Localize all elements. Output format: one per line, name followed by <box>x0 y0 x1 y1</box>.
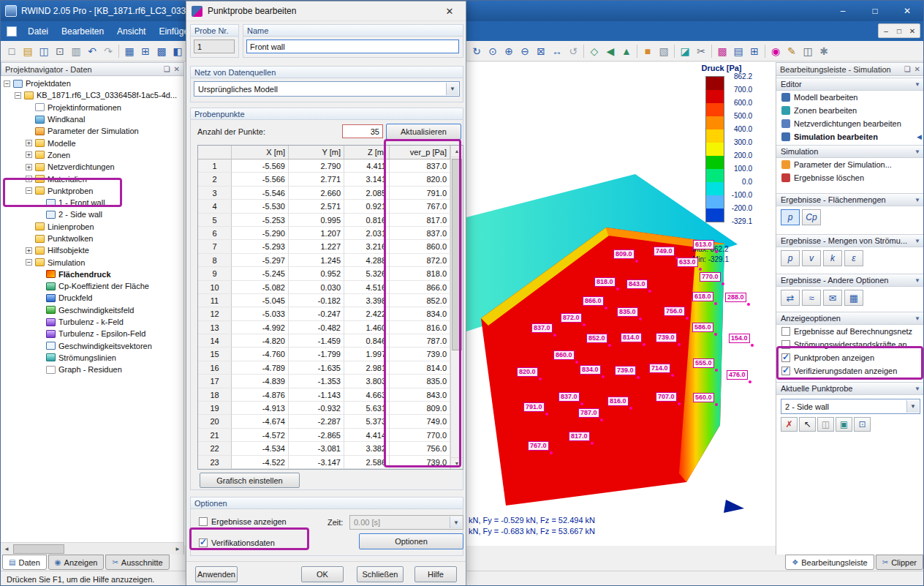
result-button-cp[interactable]: Cp <box>802 209 821 225</box>
pick-button[interactable]: ↖ <box>799 417 816 432</box>
parameter-der-simulation[interactable]: Parameter der Simulation... <box>776 158 924 171</box>
cell[interactable]: 4.414 <box>344 429 390 442</box>
cell[interactable]: -3.081 <box>289 442 344 455</box>
cell[interactable]: 2.660 <box>289 187 344 200</box>
menu-datei[interactable]: Datei <box>21 23 55 40</box>
zoom-out-icon[interactable]: ⊖ <box>517 43 533 59</box>
tree-item-linienproben[interactable]: Linienproben <box>1 221 183 233</box>
zoom-in-icon[interactable]: ⊕ <box>501 43 517 59</box>
show-results-checkbox[interactable]: Ergebnisse anzeigen <box>194 515 287 528</box>
cell[interactable]: -4.839 <box>232 375 289 388</box>
screenshot-icon[interactable]: ◫ <box>800 43 816 59</box>
values-icon[interactable]: ⊞ <box>746 43 762 59</box>
cell[interactable]: 5.326 <box>344 267 390 280</box>
cell[interactable]: -4.789 <box>232 361 289 375</box>
save-button[interactable]: ◫ <box>817 417 834 432</box>
print-icon[interactable]: ⊡ <box>52 43 68 59</box>
cell[interactable]: 3.216 <box>344 240 390 253</box>
section-header-editor[interactable]: Editor▼ <box>776 78 924 91</box>
section-header-ergebnisse-andere-optionen[interactable]: Ergebnisse - Andere Optionen▼ <box>776 274 924 287</box>
numbering-icon[interactable]: ⊞ <box>137 43 154 59</box>
update-button[interactable]: Aktualisieren <box>386 124 461 140</box>
section-cut-icon[interactable]: ✂ <box>693 43 709 59</box>
tree-item-turbulenz-k-feld[interactable]: Turbulenz - k-Feld <box>1 316 183 328</box>
cell[interactable]: -5.033 <box>232 307 289 320</box>
minimize-button[interactable]: – <box>827 1 859 21</box>
table-scrollbar[interactable]: ▲ ▼ <box>450 146 463 469</box>
isometric-view-icon[interactable]: ◇ <box>586 43 602 59</box>
cell[interactable]: 756.0 <box>390 442 450 455</box>
tab-clipper[interactable]: ✂Clipper <box>876 555 923 570</box>
tab-daten[interactable]: ▤Daten <box>2 555 47 570</box>
pin-icon[interactable]: ❏ <box>904 65 911 73</box>
scrollbar-thumb[interactable] <box>452 159 462 350</box>
section-header-aktuelle-punktprobe[interactable]: Aktuelle Punktprobe▼ <box>776 382 924 395</box>
cell[interactable]: 818.0 <box>390 267 450 280</box>
current-probe-select[interactable]: 2 - Side wall▼ <box>781 399 920 414</box>
clipping-plane-icon[interactable]: ◪ <box>677 43 693 59</box>
cell[interactable]: -2.865 <box>289 429 344 442</box>
section-header-ergebnisse-fl-chenmengen[interactable]: Ergebnisse - Flächenmengen▼ <box>776 193 924 206</box>
graphic-set-button[interactable]: Grafisch einstellen <box>200 473 300 488</box>
layers-icon[interactable]: ≈ <box>802 290 821 306</box>
cell[interactable]: -4.876 <box>232 388 289 402</box>
netzverdichtungen-bearbeiten[interactable]: Netzverdichtungen bearbeiten <box>776 117 924 130</box>
tree-item-projektinformationen[interactable]: Projektinformationen <box>1 102 183 113</box>
probe-name-input[interactable] <box>246 40 459 53</box>
cell[interactable]: 834.0 <box>390 307 450 320</box>
cell[interactable]: 2.085 <box>344 187 390 200</box>
scroll-left-icon[interactable]: ◄ <box>1 546 12 552</box>
result-button-p[interactable]: p <box>781 250 800 266</box>
cell[interactable]: -1.799 <box>289 348 344 361</box>
tree-item-geschwindigkeitsvektoren[interactable]: Geschwindigkeitsvektoren <box>1 340 183 352</box>
tree-item-graph-residuen[interactable]: Graph - Residuen <box>1 364 183 375</box>
cell[interactable]: 843.0 <box>390 388 450 402</box>
delete-button[interactable]: ✗ <box>781 417 798 432</box>
cell[interactable]: -5.245 <box>232 267 289 280</box>
mesh-icon[interactable]: ▩ <box>154 43 170 59</box>
chevron-down-icon[interactable]: ▼ <box>446 83 458 95</box>
hilfe-button[interactable]: Hilfe <box>414 566 457 582</box>
cell[interactable]: -2.287 <box>289 415 344 428</box>
cell[interactable]: -5.290 <box>232 227 289 240</box>
tree-item-windkanal[interactable]: Windkanal <box>1 113 183 125</box>
cell[interactable]: 2.790 <box>289 159 344 173</box>
envelope-icon[interactable]: ✉ <box>823 290 842 306</box>
tab-anzeigen[interactable]: ◉Anzeigen <box>48 555 105 570</box>
mesh-source-select[interactable]: Ursprüngliches Modell ▼ <box>194 81 460 97</box>
checkbox-verifizierungsdaten-anzeigen[interactable]: Verifizierungsdaten anzeigen <box>776 364 924 377</box>
cell[interactable]: 3.398 <box>344 294 390 307</box>
tree-item-turbulenz-epsilon-feld[interactable]: Turbulenz - Epsilon-Feld <box>1 328 183 339</box>
cell[interactable]: -0.247 <box>289 307 344 320</box>
tree-item-modelle[interactable]: +Modelle <box>1 137 183 149</box>
cell[interactable]: 3.803 <box>344 375 390 388</box>
render-wireframe-icon[interactable]: ▧ <box>656 43 672 59</box>
cell[interactable]: 816.0 <box>390 321 450 334</box>
scrollbar-thumb[interactable] <box>13 544 64 554</box>
new-file-icon[interactable]: □ <box>4 43 20 59</box>
cell[interactable]: 1.460 <box>344 321 390 334</box>
cell[interactable]: -5.297 <box>232 254 289 267</box>
tree-item-parameter-der-simulation[interactable]: Parameter der Simulation <box>1 125 183 137</box>
tree-expander[interactable]: − <box>26 259 32 266</box>
section-header-anzeigeoptionen[interactable]: Anzeigeoptionen▼ <box>776 312 924 325</box>
cell[interactable]: 814.0 <box>390 361 450 375</box>
ok-button[interactable]: OK <box>301 566 344 582</box>
cell[interactable]: 4.288 <box>344 254 390 267</box>
cell[interactable]: -4.760 <box>232 348 289 361</box>
pan-icon[interactable]: ↔ <box>549 43 565 59</box>
zonen-bearbeiten[interactable]: Zonen bearbeiten <box>776 104 924 117</box>
chevron-down-icon[interactable]: ▼ <box>906 400 919 413</box>
mdi-minimize-button[interactable]: – <box>880 25 892 37</box>
simulation-bearbeiten[interactable]: Simulation bearbeiten◀ <box>776 130 924 143</box>
cell[interactable]: -5.546 <box>232 187 289 200</box>
menu-bearbeiten[interactable]: Bearbeiten <box>55 23 110 40</box>
tree-item-punktwolken[interactable]: Punktwolken <box>1 233 183 244</box>
cell[interactable]: 0.030 <box>289 281 344 294</box>
cell[interactable]: -5.566 <box>232 173 289 186</box>
cell[interactable]: 0.995 <box>289 214 344 227</box>
cell[interactable]: 852.0 <box>390 294 450 307</box>
cell[interactable]: -5.530 <box>232 200 289 213</box>
cell[interactable]: 2.981 <box>344 361 390 375</box>
cell[interactable]: 3.382 <box>344 442 390 455</box>
